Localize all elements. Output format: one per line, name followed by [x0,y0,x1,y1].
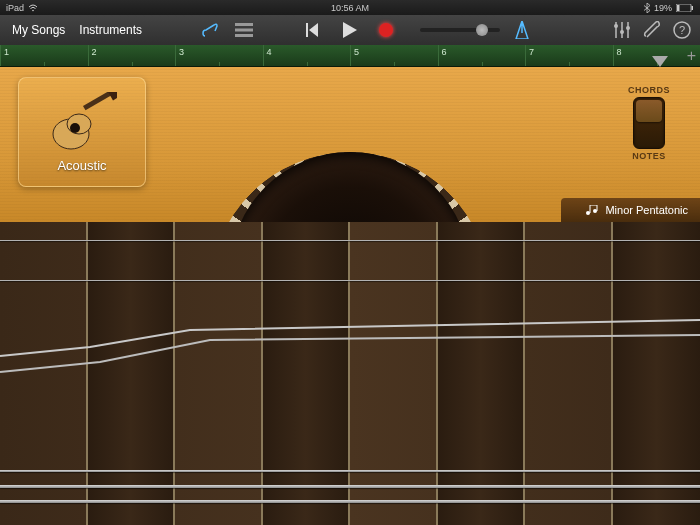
string-1[interactable] [0,240,700,241]
fret-column[interactable] [613,222,701,525]
help-icon[interactable]: ? [672,20,692,40]
record-button[interactable] [377,21,395,39]
svg-point-9 [620,30,624,34]
svg-point-19 [593,209,597,213]
status-bar: iPad 10:56 AM 19% [0,0,700,15]
acoustic-guitar-icon [47,92,117,152]
chords-notes-toggle: CHORDS NOTES [628,85,670,161]
wifi-icon [28,4,38,12]
fret-column[interactable] [0,222,88,525]
timeline-ruler[interactable]: 1 2 3 4 5 6 7 8 + [0,45,700,67]
svg-rect-6 [235,34,253,37]
string-5[interactable] [0,470,700,472]
rewind-button[interactable] [305,21,323,39]
string-6b[interactable] [0,500,700,503]
string-2[interactable] [0,280,700,281]
fret-column[interactable] [263,222,351,525]
fret-column[interactable] [350,222,438,525]
bluetooth-icon [644,3,650,13]
battery-icon [676,4,694,12]
bar-marker[interactable]: 3 [175,45,263,66]
svg-point-8 [614,24,618,28]
bar-marker[interactable]: 6 [438,45,526,66]
bar-marker[interactable]: 1 [0,45,88,66]
bar-marker[interactable]: 2 [88,45,176,66]
scale-label: Minor Pentatonic [605,204,688,216]
svg-rect-7 [306,23,308,37]
fret-column[interactable] [88,222,176,525]
instrument-view-icon[interactable] [200,20,220,40]
battery-pct: 19% [654,3,672,13]
guitar-body: Acoustic CHORDS NOTES Minor Pentatonic [0,67,700,222]
metronome-icon[interactable] [512,20,532,40]
svg-rect-16 [83,92,111,110]
scale-selector-button[interactable]: Minor Pentatonic [561,198,700,222]
mixer-icon[interactable] [612,20,632,40]
scale-icon [585,205,599,215]
tracks-view-icon[interactable] [234,20,254,40]
svg-point-18 [586,211,590,215]
playhead[interactable] [652,45,668,67]
device-label: iPad [6,3,24,13]
svg-rect-5 [235,29,253,32]
instrument-label: Acoustic [57,158,106,173]
bar-marker[interactable]: 4 [263,45,351,66]
clock: 10:56 AM [331,3,369,13]
bar-marker[interactable]: 5 [350,45,438,66]
bar-marker[interactable]: 7 [525,45,613,66]
svg-rect-3 [677,5,680,11]
svg-point-10 [626,26,630,30]
svg-rect-4 [235,23,253,26]
fret-column[interactable] [438,222,526,525]
toolbar: My Songs Instruments ? [0,15,700,45]
fret-column[interactable] [175,222,263,525]
master-volume-slider[interactable] [420,28,500,32]
mode-switch[interactable] [633,97,665,149]
instrument-selector[interactable]: Acoustic [18,77,146,187]
my-songs-button[interactable]: My Songs [8,21,69,39]
settings-icon[interactable] [642,20,662,40]
svg-rect-2 [692,6,694,10]
string-6[interactable] [0,485,700,488]
fret-column[interactable] [525,222,613,525]
play-button[interactable] [341,21,359,39]
svg-point-0 [32,9,34,11]
chords-label: CHORDS [628,85,670,95]
add-track-button[interactable]: + [687,47,696,65]
instruments-button[interactable]: Instruments [75,21,146,39]
notes-label: NOTES [632,151,666,161]
svg-text:?: ? [679,24,685,36]
fretboard[interactable] [0,222,700,525]
svg-point-15 [70,123,80,133]
